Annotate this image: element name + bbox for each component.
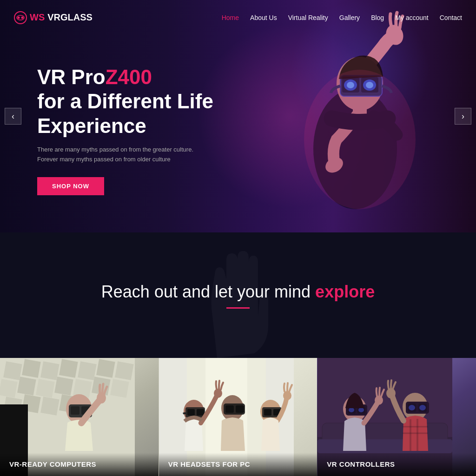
svg-rect-26: [17, 377, 36, 396]
hero-title-prefix: VR Pro: [37, 66, 106, 88]
hero-content: VR ProZ400 for a Different Life Experien…: [0, 37, 213, 196]
slide-prev-button[interactable]: ‹: [5, 108, 21, 125]
svg-rect-18: [3, 361, 22, 380]
svg-rect-24: [115, 361, 134, 380]
card-1-label: VR-READY COMPUTERS: [9, 460, 96, 468]
explore-title: Reach out and let your mind explore: [101, 282, 375, 302]
svg-rect-47: [187, 409, 195, 416]
card-vr-headsets[interactable]: VR HEADSETS FOR PC: [159, 358, 317, 476]
card-2-label: VR HEADSETS FOR PC: [168, 460, 251, 468]
nav-home[interactable]: Home: [222, 14, 239, 21]
svg-point-2: [18, 16, 20, 19]
main-nav: Home About Us Virtual Reality Gallery Bl…: [222, 14, 462, 21]
header: WS VRGLASS Home About Us Virtual Reality…: [0, 0, 476, 35]
product-cards-section: VR-READY COMPUTERS: [0, 358, 476, 476]
card-vr-controllers[interactable]: VR CONTROLLERS: [317, 358, 476, 476]
card-2-overlay: VR HEADSETS FOR PC: [159, 453, 317, 476]
svg-point-0: [14, 12, 26, 24]
logo-icon: [14, 11, 27, 24]
nav-gallery[interactable]: Gallery: [339, 14, 360, 21]
logo[interactable]: WS VRGLASS: [14, 11, 93, 24]
card-3-overlay: VR CONTROLLERS: [317, 453, 476, 476]
nav-contact[interactable]: Contact: [440, 14, 462, 21]
svg-rect-31: [110, 379, 129, 398]
nav-blog[interactable]: Blog: [371, 14, 384, 21]
nav-account[interactable]: My account: [395, 14, 429, 21]
slide-next-button[interactable]: ›: [455, 108, 471, 125]
svg-rect-22: [78, 361, 97, 380]
svg-rect-23: [96, 359, 115, 378]
arrow-right-icon: ›: [462, 112, 464, 121]
svg-rect-34: [40, 397, 60, 416]
svg-rect-56: [264, 409, 271, 416]
hero-title-line2: for a Different Life: [37, 90, 213, 112]
hero-subtitle: There are many myths passed on from the …: [37, 145, 205, 165]
svg-rect-53: [236, 405, 244, 413]
svg-rect-48: [197, 409, 204, 416]
explore-title-prefix: Reach out and let your mind: [101, 282, 311, 301]
hero-image: [216, 0, 448, 232]
card-3-label: VR CONTROLLERS: [327, 460, 395, 468]
svg-rect-52: [225, 405, 234, 413]
svg-rect-25: [0, 379, 18, 398]
svg-rect-21: [59, 359, 78, 378]
hero-title: VR ProZ400 for a Different Life Experien…: [37, 65, 213, 139]
hero-title-line3: Experience: [37, 114, 146, 137]
svg-rect-28: [54, 377, 73, 396]
svg-point-58: [283, 391, 291, 400]
hero-section: VR ProZ400 for a Different Life Experien…: [0, 0, 476, 232]
explore-section: Reach out and let your mind explore: [0, 232, 476, 358]
svg-rect-20: [40, 361, 60, 380]
arrow-left-icon: ‹: [12, 112, 14, 121]
logo-name: VRGLASS: [47, 12, 93, 23]
card-vr-computers[interactable]: VR-READY COMPUTERS: [0, 358, 159, 476]
nav-about[interactable]: About Us: [250, 14, 277, 21]
svg-rect-19: [22, 359, 41, 378]
shop-now-button[interactable]: SHOP NOW: [37, 177, 104, 195]
nav-vr[interactable]: Virtual Reality: [288, 14, 328, 21]
explore-divider: [226, 307, 250, 309]
svg-rect-27: [36, 379, 55, 398]
explore-title-highlight: explore: [315, 282, 375, 301]
svg-point-16: [304, 70, 416, 209]
hero-title-highlight: Z400: [106, 66, 152, 88]
logo-prefix: WS: [30, 12, 45, 23]
svg-point-3: [21, 16, 24, 19]
card-1-overlay: VR-READY COMPUTERS: [0, 453, 159, 476]
svg-rect-39: [71, 406, 79, 415]
